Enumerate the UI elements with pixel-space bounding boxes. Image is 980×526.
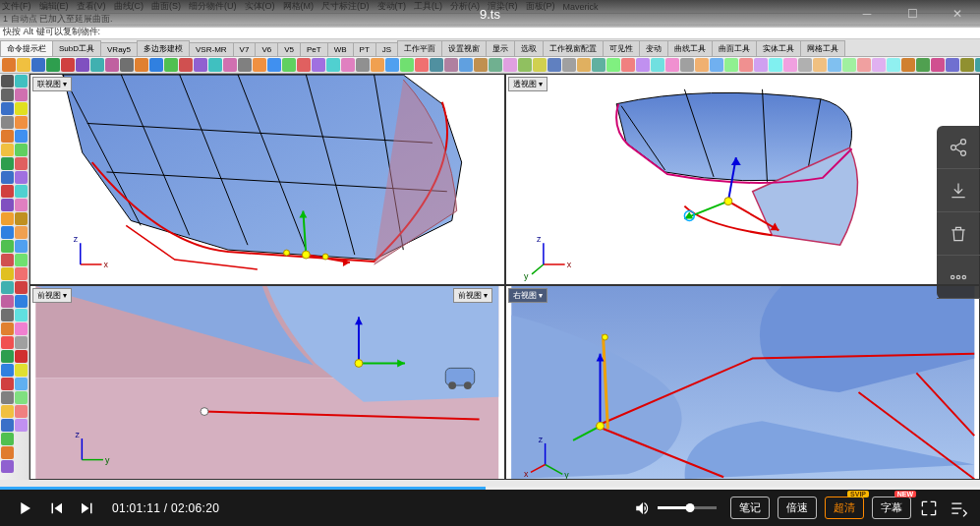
side-icon-48[interactable] [15, 336, 28, 349]
toolbar-icon-10[interactable] [149, 58, 163, 72]
side-icon-13[interactable] [1, 254, 14, 266]
tab-13[interactable]: 设置视窗 [441, 40, 487, 56]
playlist-button[interactable] [949, 498, 968, 518]
side-icon-12[interactable] [1, 240, 14, 253]
tab-21[interactable]: 实体工具 [756, 40, 801, 56]
tab-11[interactable]: JS [375, 42, 398, 56]
toolbar-icon-39[interactable] [577, 58, 591, 72]
side-icon-22[interactable] [1, 378, 14, 390]
side-icon-34[interactable] [15, 144, 28, 156]
side-icon-54[interactable] [15, 419, 28, 432]
toolbar-icon-26[interactable] [385, 58, 399, 72]
toolbar-icon-17[interactable] [253, 58, 266, 72]
toolbar-icon-20[interactable] [297, 58, 311, 72]
toolbar-icon-7[interactable] [105, 58, 119, 72]
side-icon-28[interactable] [1, 460, 14, 473]
side-icon-52[interactable] [15, 391, 28, 404]
toolbar-icon-33[interactable] [489, 58, 502, 72]
side-icon-33[interactable] [15, 130, 28, 143]
toolbar-icon-19[interactable] [282, 58, 296, 72]
toolbar-icon-1[interactable] [17, 58, 30, 72]
toolbar-icon-38[interactable] [562, 58, 576, 72]
side-icon-0[interactable] [1, 75, 14, 88]
side-icon-37[interactable] [15, 185, 28, 198]
side-icon-17[interactable] [1, 309, 14, 321]
toolbar-icon-57[interactable] [842, 58, 856, 72]
side-icon-27[interactable] [1, 446, 14, 459]
quality-button[interactable]: 超清SVIP [825, 497, 864, 519]
toolbar-icon-24[interactable] [356, 58, 370, 72]
toolbar-icon-9[interactable] [135, 58, 148, 72]
volume-slider[interactable] [658, 506, 717, 509]
side-icon-35[interactable] [15, 157, 28, 170]
toolbar-icon-0[interactable] [2, 58, 16, 72]
toolbar-icon-22[interactable] [326, 58, 340, 72]
tab-16[interactable]: 工作视窗配置 [543, 40, 604, 56]
toolbar-icon-45[interactable] [665, 58, 679, 72]
viewport-label[interactable]: 前视图 ▾ [32, 288, 72, 303]
tab-2[interactable]: VRay5 [100, 42, 138, 56]
side-icon-24[interactable] [1, 405, 14, 418]
command-input[interactable] [103, 27, 980, 38]
toolbar-icon-46[interactable] [680, 58, 694, 72]
side-icon-45[interactable] [15, 295, 28, 308]
toolbar-icon-36[interactable] [533, 58, 547, 72]
side-icon-18[interactable] [1, 322, 14, 335]
toolbar-icon-16[interactable] [238, 58, 252, 72]
side-icon-53[interactable] [15, 405, 28, 418]
side-icon-15[interactable] [1, 281, 14, 294]
side-icon-46[interactable] [15, 309, 28, 321]
toolbar-icon-41[interactable] [606, 58, 620, 72]
toolbar-icon-30[interactable] [444, 58, 458, 72]
toolbar-icon-32[interactable] [474, 58, 488, 72]
tab-8[interactable]: PeT [300, 42, 328, 56]
subtitle-button[interactable]: 字幕NEW [872, 497, 911, 519]
toolbar-icon-35[interactable] [518, 58, 532, 72]
toolbar-icon-13[interactable] [194, 58, 207, 72]
toolbar-icon-48[interactable] [710, 58, 723, 72]
side-icon-32[interactable] [15, 116, 28, 129]
toolbar-icon-40[interactable] [592, 58, 605, 72]
toolbar-icon-43[interactable] [636, 58, 650, 72]
tab-7[interactable]: V5 [277, 42, 301, 56]
toolbar-icon-66[interactable] [975, 58, 980, 72]
toolbar-icon-4[interactable] [61, 58, 75, 72]
side-icon-21[interactable] [1, 364, 14, 377]
next-button[interactable] [75, 496, 100, 521]
side-icon-47[interactable] [15, 322, 28, 335]
toolbar-icon-15[interactable] [223, 58, 237, 72]
side-icon-2[interactable] [1, 102, 14, 115]
tab-22[interactable]: 网格工具 [800, 40, 845, 56]
side-icon-11[interactable] [1, 226, 14, 239]
toolbar-icon-8[interactable] [120, 58, 134, 72]
download-button[interactable] [937, 169, 980, 212]
toolbar-icon-49[interactable] [724, 58, 738, 72]
volume-icon[interactable] [634, 499, 652, 517]
toolbar-icon-31[interactable] [459, 58, 473, 72]
side-icon-23[interactable] [1, 391, 14, 404]
side-icon-4[interactable] [1, 130, 14, 143]
side-icon-8[interactable] [1, 185, 14, 198]
toolbar-icon-29[interactable] [430, 58, 443, 72]
tab-14[interactable]: 显示 [486, 40, 515, 56]
toolbar-icon-60[interactable] [887, 58, 900, 72]
more-button[interactable] [937, 256, 980, 299]
side-icon-26[interactable] [1, 433, 14, 445]
side-icon-38[interactable] [15, 199, 28, 211]
toolbar-icon-12[interactable] [179, 58, 193, 72]
toolbar-icon-58[interactable] [857, 58, 871, 72]
tab-4[interactable]: VSR-MR [189, 42, 234, 56]
side-icon-36[interactable] [15, 171, 28, 184]
side-icon-25[interactable] [1, 419, 14, 432]
fullscreen-button[interactable] [919, 498, 939, 518]
tab-6[interactable]: V6 [255, 42, 278, 56]
toolbar-icon-62[interactable] [916, 58, 930, 72]
toolbar-icon-52[interactable] [769, 58, 782, 72]
side-icon-1[interactable] [1, 88, 14, 101]
toolbar-icon-55[interactable] [813, 58, 827, 72]
viewport-label-2[interactable]: 前视图 ▾ [453, 288, 492, 303]
toolbar-icon-37[interactable] [548, 58, 561, 72]
toolbar-icon-64[interactable] [946, 58, 959, 72]
viewport-top-left[interactable]: 联视图 ▾ [29, 74, 505, 285]
toolbar-icon-53[interactable] [783, 58, 797, 72]
